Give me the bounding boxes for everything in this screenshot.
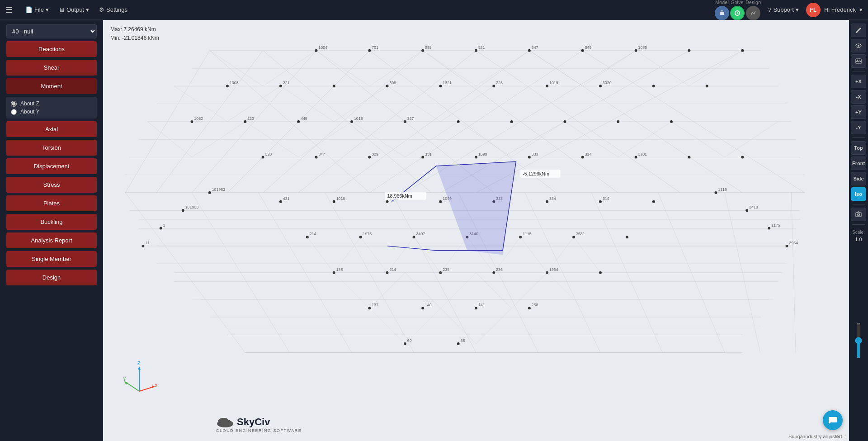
sidebar-btn-design[interactable]: Design [6,270,97,285]
scale-slider-container [854,244,863,437]
sidebar-btn-reactions[interactable]: Reactions [6,41,97,57]
svg-text:Z: Z [137,361,140,366]
side-view-button[interactable]: Side [851,172,866,185]
mode-solve-button[interactable] [730,6,745,20]
svg-text:331: 331 [425,152,432,156]
svg-text:327: 327 [407,116,414,121]
sidebar-btn-buckling[interactable]: Buckling [6,214,97,230]
nav-settings[interactable]: ⚙ Settings [95,5,131,15]
sidebar-btn-plates[interactable]: Plates [6,195,97,211]
sidebar-btn-single-member[interactable]: Single Member [6,251,97,267]
svg-line-246 [126,382,139,391]
svg-text:333: 333 [532,152,538,156]
chat-button[interactable] [823,410,843,430]
svg-text:547: 547 [532,45,538,50]
sidebar-btn-displacement[interactable]: Displacement [6,158,97,174]
plus-x-button[interactable]: +X [851,75,866,88]
svg-point-151 [457,342,460,345]
svg-point-115 [368,156,371,159]
sidebar-btn-axial[interactable]: Axial [6,121,97,137]
topbar-left: ☰ 📄 File ▾ 🖥 Output ▾ ⚙ Settings [5,5,131,15]
minus-y-button[interactable]: -Y [851,121,866,134]
mode-design-button[interactable] [746,6,760,20]
sidebar-btn-stress[interactable]: Stress [6,177,97,193]
svg-line-50 [791,193,796,353]
svg-point-149 [528,307,531,309]
file-chevron: ▾ [46,6,49,13]
user-button[interactable]: FL Hi Frederick ▾ [806,3,863,17]
svg-point-147 [421,307,424,309]
svg-point-259 [857,60,858,61]
svg-point-130 [546,200,548,203]
svg-text:1175: 1175 [771,223,780,228]
svg-point-128 [439,200,442,203]
scale-value: 1.0 [855,237,862,242]
mode-switcher: Model Solve Design [715,0,761,20]
main-area: #0 - null Reactions Shear Moment About Z… [0,20,868,441]
svg-point-152 [208,191,211,194]
viewport[interactable]: Max: 7.26469 kNm Min: -21.01846 kNm .gri… [103,20,868,441]
svg-line-234 [405,273,441,308]
output-icon: 🖥 [59,6,65,13]
scale-label: Scale: [852,230,865,235]
svg-point-91 [368,49,371,52]
sidebar-btn-analysis-report[interactable]: Analysis Report [6,232,97,248]
question-icon: ? [768,6,771,13]
topbar-nav: 📄 File ▾ 🖥 Output ▾ ⚙ Settings [22,5,131,15]
mode-solve-label: Solve [731,0,744,5]
svg-text:3085: 3085 [638,45,647,50]
svg-point-118 [421,156,424,159]
svg-point-89 [635,49,637,52]
pencil-button[interactable] [851,24,866,37]
lower-triangulation [307,237,600,344]
sidebar-btn-shear[interactable]: Shear [6,60,97,76]
support-button[interactable]: ? Support ▾ [768,6,799,13]
svg-point-261 [858,213,860,216]
iso-view-button[interactable]: Iso [851,187,866,201]
toolbar-divider-4 [852,224,865,225]
camera-button[interactable] [851,208,866,221]
svg-text:1099: 1099 [478,152,487,156]
front-view-button[interactable]: Front [851,156,866,170]
svg-point-106 [350,120,353,123]
svg-point-125 [279,200,282,203]
settings-icon: ⚙ [99,6,104,13]
radio-about-z[interactable]: About Z [11,100,92,107]
svg-text:431: 431 [283,196,290,201]
radio-about-y[interactable]: About Y [11,109,92,115]
image-button[interactable] [851,54,866,68]
svg-point-122 [635,156,637,159]
svg-text:701: 701 [372,45,378,50]
sidebar-btn-torsion[interactable]: Torsion [6,140,97,156]
mode-design-label: Design [745,0,761,5]
svg-text:58: 58 [461,338,465,343]
svg-point-112 [563,120,566,123]
svg-point-102 [599,85,602,87]
eye-button[interactable] [851,39,866,52]
svg-text:314: 314 [603,196,609,201]
svg-text:308: 308 [389,81,396,85]
svg-point-99 [279,85,282,87]
topbar: ☰ 📄 File ▾ 🖥 Output ▾ ⚙ Settings Model [0,0,868,20]
svg-text:3418: 3418 [749,205,758,209]
svg-point-116 [315,156,317,159]
svg-text:3: 3 [163,223,165,228]
mode-model-button[interactable] [715,6,729,20]
plus-y-button[interactable]: +Y [851,105,866,119]
sidebar-btn-moment[interactable]: Moment [6,78,97,94]
user-chevron: ▾ [859,6,863,13]
minus-x-button[interactable]: -X [851,90,866,104]
nav-output[interactable]: 🖥 Output ▾ [55,5,93,15]
svg-text:101903: 101903 [185,205,199,209]
svg-line-237 [512,273,547,308]
nav-file[interactable]: 📄 File ▾ [22,5,52,15]
load-case-select[interactable]: #0 - null [6,24,97,38]
menu-button[interactable]: ☰ [5,5,13,15]
moment-radio-group: About Z About Y [6,97,97,119]
support-chevron: ▾ [796,6,799,13]
topbar-right: Model Solve Design ? Support ▾ [715,0,863,20]
scale-slider[interactable] [854,322,863,359]
top-view-button[interactable]: Top [851,141,866,155]
svg-point-121 [581,156,584,159]
svg-rect-260 [856,213,861,217]
